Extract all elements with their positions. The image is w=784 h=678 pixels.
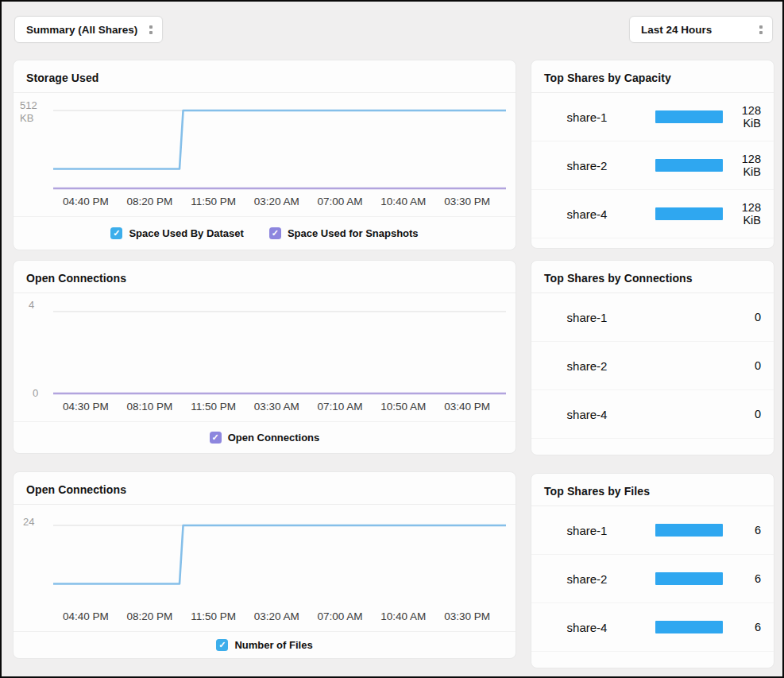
files-bar xyxy=(655,572,723,585)
bar-track xyxy=(655,524,731,537)
share-value: 0 xyxy=(731,359,774,372)
share-name: share-2 xyxy=(531,572,643,586)
open-connections-chart: 4 0 xyxy=(53,299,506,393)
y-axis-max-label: 4 xyxy=(29,299,34,312)
share-row: share-2 6 xyxy=(531,555,774,603)
share-row: share-1 0 xyxy=(531,293,774,342)
x-tick: 03:30 PM xyxy=(444,610,490,631)
bar-track xyxy=(655,359,731,372)
chart-title: Open Connections xyxy=(14,261,516,293)
y-axis-max-label: 24 xyxy=(23,516,34,529)
x-tick: 08:20 PM xyxy=(127,196,173,216)
share-value: 128 KiB xyxy=(731,104,774,130)
bar-track xyxy=(655,621,731,633)
legend-item-snapshots[interactable]: Space Used for Snapshots xyxy=(269,227,419,239)
x-tick: 10:40 AM xyxy=(380,610,426,631)
bar-track xyxy=(655,311,731,324)
dashboard: Summary (All Shares) Last 24 Hours Stora… xyxy=(2,2,782,668)
share-name: share-4 xyxy=(531,621,643,634)
x-tick: 03:20 AM xyxy=(254,196,299,216)
top-shares-by-files-card: Top Shares by Files share-1 6 share-2 6 … xyxy=(531,473,774,668)
storage-used-chart: 512 KB xyxy=(53,98,506,188)
capacity-bar xyxy=(655,110,723,123)
toolbar: Summary (All Shares) Last 24 Hours xyxy=(14,16,773,43)
checkbox-checked-icon[interactable] xyxy=(210,432,222,444)
x-axis: 04:40 PM 08:20 PM 11:50 PM 03:20 AM 07:0… xyxy=(53,188,506,216)
share-row: share-1 128 KiB xyxy=(531,93,774,141)
time-range-dropdown[interactable]: Last 24 Hours xyxy=(629,16,773,43)
share-selector-label: Summary (All Shares) xyxy=(26,24,137,36)
unfold-more-icon xyxy=(149,25,153,34)
number-of-files-card: Open Connections 24 04:40 PM 08:20 PM 11… xyxy=(13,471,516,659)
bar-track xyxy=(655,159,731,172)
x-tick: 07:00 AM xyxy=(318,610,363,631)
share-name: share-4 xyxy=(531,408,643,421)
y-axis-min-label: 0 xyxy=(33,387,38,400)
x-tick: 11:50 PM xyxy=(191,401,236,421)
x-tick: 04:40 PM xyxy=(63,610,109,631)
share-row: share-4 6 xyxy=(531,603,774,652)
share-name: share-1 xyxy=(531,311,643,324)
chart-legend: Open Connections xyxy=(14,422,516,453)
number-of-files-chart: 24 xyxy=(53,513,506,603)
capacity-bar xyxy=(655,159,723,172)
legend-item-number-of-files[interactable]: Number of Files xyxy=(216,639,312,651)
checkbox-checked-icon[interactable] xyxy=(110,227,122,239)
top-shares-by-connections-card: Top Shares by Connections share-1 0 shar… xyxy=(531,260,774,455)
share-name: share-1 xyxy=(531,524,643,537)
x-tick: 07:00 AM xyxy=(318,196,363,216)
chart-legend: Space Used By Dataset Space Used for Sna… xyxy=(14,217,516,250)
legend-item-open-connections[interactable]: Open Connections xyxy=(210,432,320,444)
x-tick: 08:20 PM xyxy=(127,610,173,631)
x-tick: 03:40 PM xyxy=(444,401,490,421)
bar-track xyxy=(655,110,731,123)
x-tick: 10:50 AM xyxy=(380,401,426,421)
x-tick: 03:30 PM xyxy=(444,196,490,216)
open-connections-card: Open Connections 4 0 04:30 PM 08:10 PM 1… xyxy=(13,260,516,454)
chart-title: Open Connections xyxy=(14,472,516,505)
chart-legend: Number of Files xyxy=(14,632,516,658)
share-name: share-2 xyxy=(531,359,643,373)
checkbox-checked-icon[interactable] xyxy=(269,227,281,239)
files-bar xyxy=(655,621,723,633)
legend-label: Space Used for Snapshots xyxy=(288,227,419,239)
line-chart-canvas[interactable] xyxy=(53,513,506,603)
chart-title: Storage Used xyxy=(14,60,516,93)
bar-track xyxy=(655,572,731,585)
files-bar xyxy=(655,524,723,537)
share-value: 6 xyxy=(731,621,774,633)
share-name: share-2 xyxy=(531,159,643,172)
share-selector-dropdown[interactable]: Summary (All Shares) xyxy=(14,16,163,43)
share-value: 0 xyxy=(731,408,774,420)
share-value: 128 KiB xyxy=(731,201,774,227)
x-tick: 10:40 AM xyxy=(380,196,426,216)
x-tick: 07:10 AM xyxy=(318,401,363,421)
share-value: 128 KiB xyxy=(731,153,774,178)
y-axis-max-label: 512 KB xyxy=(20,99,48,125)
share-row: share-2 0 xyxy=(531,342,774,390)
card-title: Top Shares by Connections xyxy=(531,261,774,293)
top-shares-column: Top Shares by Capacity share-1 128 KiB s… xyxy=(531,60,774,668)
legend-label: Open Connections xyxy=(228,432,320,444)
bar-track xyxy=(655,408,731,420)
x-tick: 04:40 PM xyxy=(63,196,109,216)
line-chart-canvas[interactable] xyxy=(53,299,506,393)
storage-used-card: Storage Used 512 KB 04:40 PM 08:20 PM 11… xyxy=(13,60,516,250)
legend-label: Number of Files xyxy=(234,639,312,651)
x-tick: 04:30 PM xyxy=(63,401,109,421)
charts-column: Storage Used 512 KB 04:40 PM 08:20 PM 11… xyxy=(13,60,516,668)
legend-item-dataset[interactable]: Space Used By Dataset xyxy=(110,227,244,239)
x-axis: 04:30 PM 08:10 PM 11:50 PM 03:30 AM 07:1… xyxy=(53,393,506,421)
line-chart-canvas[interactable] xyxy=(53,98,506,188)
legend-label: Space Used By Dataset xyxy=(129,227,244,239)
checkbox-checked-icon[interactable] xyxy=(216,639,228,651)
share-row: share-2 128 KiB xyxy=(531,141,774,190)
share-name: share-1 xyxy=(531,110,643,124)
x-tick: 03:30 AM xyxy=(254,401,299,421)
share-name: share-4 xyxy=(531,207,643,221)
share-value: 0 xyxy=(731,311,774,324)
x-tick: 03:20 AM xyxy=(254,610,299,631)
share-row: share-4 128 KiB xyxy=(531,190,774,238)
share-row: share-1 6 xyxy=(531,506,774,555)
x-tick: 08:10 PM xyxy=(127,401,173,421)
